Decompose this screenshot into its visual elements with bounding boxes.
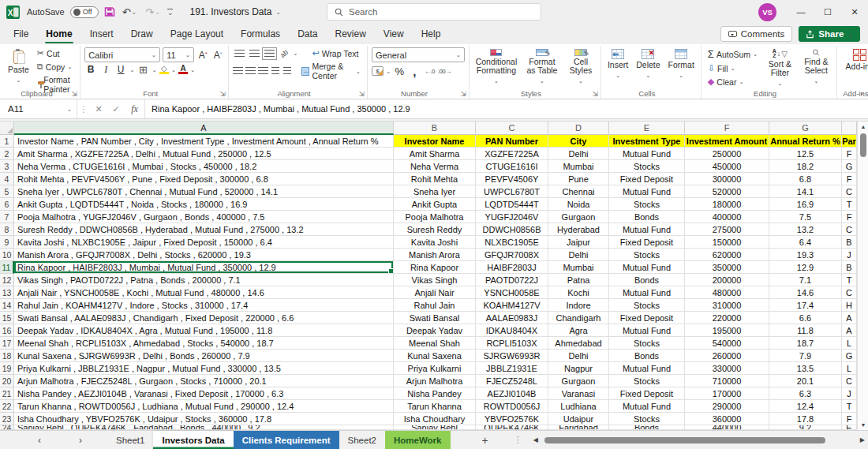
customize-quick-access-icon[interactable]: ⌄ — [167, 9, 174, 15]
row-header-11[interactable]: 11 — [0, 261, 14, 274]
column-header-d[interactable]: D — [548, 122, 609, 135]
format-as-table-button[interactable]: Format as Table ⌄ — [522, 47, 562, 87]
cell-B10[interactable]: Manish Arora — [394, 249, 476, 261]
menu-tab-formulas[interactable]: Formulas — [232, 24, 289, 44]
middle-align-button[interactable] — [248, 48, 260, 59]
cell-F21[interactable]: 170000 — [685, 387, 769, 400]
cell-E7[interactable]: Bonds — [609, 211, 685, 223]
menu-tab-draw[interactable]: Draw — [122, 24, 162, 44]
cell-D7[interactable]: Gurgaon — [548, 211, 609, 223]
sort-filter-button[interactable]: AZ↓▽ Sort & Filter ⌄ — [763, 47, 796, 87]
cell-G9[interactable]: 6.4 — [769, 236, 842, 249]
cell-E3[interactable]: Stocks — [609, 160, 685, 173]
cell-B13[interactable]: Anjali Nair — [394, 286, 476, 299]
cell-G14[interactable]: 17.4 — [769, 299, 842, 312]
cell-A5[interactable]: Sneha Iyer , UWPCL6780T , Chennai , Mutu… — [14, 185, 394, 198]
cell-D24[interactable]: Faridabad — [548, 425, 609, 430]
autosave-toggle[interactable]: Off — [70, 6, 99, 18]
cell-C24[interactable]: QUPEK4746K — [476, 425, 548, 430]
avatar[interactable]: VS — [758, 3, 776, 21]
cell-A16[interactable]: Deepak Yadav , IDKAU8404X , Agra , Mutua… — [14, 324, 394, 337]
column-header-f[interactable]: F — [685, 122, 769, 135]
cell-B14[interactable]: Rahul Jain — [394, 299, 476, 312]
increase-decimal-button[interactable]: ←.0 — [423, 65, 436, 77]
cell-A20[interactable]: Arjun Malhotra , FJECZ5248L , Gurgaon , … — [14, 375, 394, 387]
cell-C8[interactable]: DDWCH0856B — [476, 223, 548, 236]
increase-indent-button[interactable] — [282, 65, 292, 77]
increase-font-size-button[interactable]: A — [196, 50, 209, 61]
cell-B11[interactable]: Rina Kapoor — [394, 261, 476, 274]
cell-C20[interactable]: FJECZ5248L — [476, 375, 548, 387]
new-sheet-button[interactable]: + — [477, 431, 493, 449]
cell-A22[interactable]: Tarun Khanna , ROWTD0056J , Ludhiana , M… — [14, 400, 394, 413]
delete-cells-button[interactable]: Delete ⌄ — [634, 47, 662, 87]
cell-E2[interactable]: Mutual Fund — [609, 148, 685, 160]
cell-B16[interactable]: Deepak Yadav — [394, 324, 476, 337]
cell-F2[interactable]: 250000 — [685, 148, 769, 160]
sheet-tab-sheet1[interactable]: Sheet1 — [107, 431, 153, 449]
column-header-partial[interactable] — [842, 122, 857, 135]
comma-style-button[interactable]: , — [408, 65, 421, 77]
cell-G13[interactable]: 14.6 — [769, 286, 842, 299]
scroll-right-icon[interactable]: ▶ — [860, 436, 865, 443]
cell-G15[interactable]: 6.6 — [769, 312, 842, 324]
cell-H14[interactable]: H — [842, 299, 857, 312]
accounting-format-icon[interactable]: $ — [372, 66, 383, 76]
cell-G20[interactable]: 20.1 — [769, 375, 842, 387]
cell-F24[interactable]: 440000 — [685, 425, 769, 430]
cell-D14[interactable]: Indore — [548, 299, 609, 312]
cell-E17[interactable]: Stocks — [609, 337, 685, 350]
redo-caret-icon[interactable]: ⌄ — [155, 9, 160, 16]
font-name-select[interactable]: Calibri⌄ — [84, 47, 160, 62]
cell-G2[interactable]: 12.5 — [769, 148, 842, 160]
cell-B8[interactable]: Suresh Reddy — [394, 223, 476, 236]
cell-F20[interactable]: 710000 — [685, 375, 769, 387]
cell-styles-button[interactable]: Cell Styles ⌄ — [565, 47, 597, 87]
cell-A8[interactable]: Suresh Reddy , DDWCH0856B , Hyderabad , … — [14, 223, 394, 236]
share-button[interactable]: Share⌄ — [799, 26, 860, 42]
cell-H7[interactable]: F — [842, 211, 857, 223]
cell-C10[interactable]: GFQJR7008X — [476, 249, 548, 261]
font-color-caret-icon[interactable]: ⌄ — [190, 66, 195, 73]
row-header-17[interactable]: 17 — [0, 337, 14, 350]
menu-tab-view[interactable]: View — [375, 24, 413, 44]
cell-F18[interactable]: 260000 — [685, 350, 769, 362]
cell-D5[interactable]: Chennai — [548, 185, 609, 198]
autosum-button[interactable]: ΣAutoSum⌄ — [705, 47, 761, 61]
cell-H2[interactable]: F — [842, 148, 857, 160]
cell-D19[interactable]: Nagpur — [548, 362, 609, 375]
copy-button[interactable]: ⧉Copy⌄ — [35, 61, 76, 73]
cell-G22[interactable]: 12.4 — [769, 400, 842, 413]
cell-C18[interactable]: SJRGW6993R — [476, 350, 548, 362]
cell-H9[interactable]: B — [842, 236, 857, 249]
cell-D6[interactable]: Noida — [548, 198, 609, 211]
cell-G12[interactable]: 7.1 — [769, 274, 842, 286]
close-button[interactable]: ✕ — [841, 0, 868, 24]
cell-A7[interactable]: Pooja Malhotra , YUGFJ2046V , Gurgaon , … — [14, 211, 394, 223]
cell-A21[interactable]: Nisha Pandey , AEZJI0104B , Varanasi , F… — [14, 387, 394, 400]
cell-B21[interactable]: Nisha Pandey — [394, 387, 476, 400]
cell-F7[interactable]: 400000 — [685, 211, 769, 223]
cell-F4[interactable]: 300000 — [685, 173, 769, 185]
cell-H5[interactable]: C — [842, 185, 857, 198]
styles-dialog-launcher-icon[interactable]: ⇲ — [592, 90, 598, 98]
vertical-scrollbar[interactable]: ▲ ▼ — [857, 122, 868, 430]
cell-B23[interactable]: Isha Choudhary — [394, 413, 476, 425]
font-color-button[interactable]: A — [178, 65, 188, 74]
cell-B3[interactable]: Neha Verma — [394, 160, 476, 173]
cell-B18[interactable]: Kunal Saxena — [394, 350, 476, 362]
cell-C16[interactable]: IDKAU8404X — [476, 324, 548, 337]
cell-A2[interactable]: Amit Sharma , XGZFE7225A , Delhi , Mutua… — [14, 148, 394, 160]
align-left-button[interactable] — [233, 65, 243, 77]
cell-E10[interactable]: Stocks — [609, 249, 685, 261]
cell-G7[interactable]: 7.5 — [769, 211, 842, 223]
borders-button[interactable]: ⊞ — [137, 64, 149, 75]
cell-H22[interactable]: T — [842, 400, 857, 413]
cell-D11[interactable]: Mumbai — [548, 261, 609, 274]
cell-F22[interactable]: 290000 — [685, 400, 769, 413]
horizontal-scroll-thumb[interactable] — [544, 437, 825, 443]
cell-G4[interactable]: 6.8 — [769, 173, 842, 185]
sheet-tab-sheet2[interactable]: Sheet2 — [339, 431, 385, 449]
cell-B22[interactable]: Tarun Khanna — [394, 400, 476, 413]
cell-E20[interactable]: Stocks — [609, 375, 685, 387]
